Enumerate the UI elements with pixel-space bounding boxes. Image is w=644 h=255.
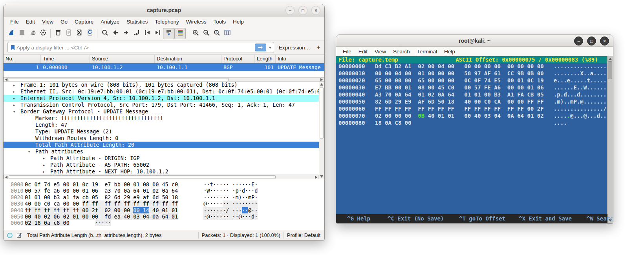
menu-item-capture[interactable]: Capture [71, 18, 97, 26]
go-forward-button[interactable] [121, 28, 131, 39]
collapse-arrow-icon[interactable]: ▾ [13, 108, 20, 115]
detail-row[interactable]: ▸Transmission Control Protocol, Src Port… [4, 102, 319, 108]
scroll-right-icon[interactable] [320, 78, 323, 81]
save-file-button[interactable] [63, 28, 74, 39]
menu-item-wireless[interactable]: Wireless [183, 18, 210, 26]
scroll-up-icon[interactable] [320, 83, 323, 86]
hex-bytes[interactable]: 00 57 fe a6 00 00 01 06 a3 70 0a 64 01 0… [25, 188, 178, 194]
menu-item-help[interactable]: Help [229, 18, 247, 26]
detail-row[interactable]: Total Path Attribute Length: 20 [4, 142, 319, 148]
column-header-no[interactable]: No. [4, 55, 41, 63]
minimize-button[interactable]: − [285, 6, 295, 15]
scroll-right-icon[interactable] [315, 176, 317, 179]
hex-bytes[interactable]: ff ff ff ff ff ff ff ff ff ff [82, 200, 178, 207]
detail-row[interactable]: ▸Path Attribute - NEXT_HOP: 10.100.1.2 [4, 168, 319, 175]
zoom-out-button[interactable] [201, 28, 211, 39]
add-filter-button[interactable]: + [317, 44, 320, 51]
scroll-thumb[interactable] [9, 175, 276, 179]
apply-filter-button[interactable] [255, 44, 266, 51]
menu-item-view[interactable]: View [38, 18, 57, 26]
hex-bytes[interactable]: 40 00 c0 ca 00 00 [25, 200, 82, 207]
auto-scroll-button[interactable] [163, 28, 174, 39]
terminal-screen[interactable]: File: capture.temp ASCII Offset: 0x00000… [336, 56, 613, 214]
packet-list-hscrollbar[interactable] [4, 77, 324, 82]
menu-item-file[interactable]: File [339, 47, 355, 56]
menu-item-statistics[interactable]: Statistics [123, 18, 151, 26]
detail-row[interactable]: ▸Path Attribute - AS_PATH: 65002 [4, 162, 319, 168]
stop-capture-button[interactable] [16, 28, 27, 39]
display-filter-input[interactable] [16, 44, 255, 51]
hex-bytes-selected[interactable]: 00 14 [133, 207, 149, 213]
column-header-destination[interactable]: Destination [155, 55, 221, 63]
maximize-button[interactable]: □ [298, 6, 307, 15]
maximize-button[interactable]: □ [587, 36, 596, 46]
detail-row[interactable]: Type: UPDATE Message (2) [4, 128, 319, 135]
expand-arrow-icon[interactable]: ▸ [13, 82, 20, 88]
close-button[interactable]: × [311, 6, 320, 15]
hex-row[interactable]: 003040 00 c0 ca 00 00 ff ff ff ff ff ff … [4, 200, 324, 207]
terminal-scrollbar[interactable] [607, 56, 613, 223]
column-header-length[interactable]: Length [255, 55, 276, 63]
details-vscrollbar[interactable] [319, 82, 324, 179]
menu-item-edit[interactable]: Edit [22, 18, 38, 26]
menu-item-search[interactable]: Search [390, 47, 413, 56]
menu-item-tools[interactable]: Tools [210, 18, 230, 26]
profile-text[interactable]: Profile: Default [287, 232, 320, 238]
scroll-up-icon[interactable] [609, 58, 612, 60]
expand-arrow-icon[interactable]: ▸ [43, 168, 50, 175]
collapse-arrow-icon[interactable]: ▾ [28, 148, 35, 155]
zoom-original-button[interactable]: 1 [211, 28, 222, 39]
menu-item-analyze[interactable]: Analyze [97, 18, 123, 26]
go-back-button[interactable] [110, 28, 121, 39]
menu-item-go[interactable]: Go [57, 18, 71, 26]
hex-bytes[interactable]: 01 01 00 b3 a1 fa cb 05 82 6d 29 e9 af 6… [25, 194, 178, 200]
scroll-thumb[interactable] [9, 78, 229, 81]
detail-row[interactable]: Withdrawn Routes Length: 0 [4, 135, 319, 142]
restart-capture-button[interactable] [27, 28, 38, 39]
open-file-button[interactable] [53, 28, 63, 39]
capture-options-button[interactable] [38, 28, 48, 39]
menu-item-help[interactable]: Help [441, 47, 459, 56]
detail-row[interactable]: ▾Border Gateway Protocol - UPDATE Messag… [4, 108, 319, 115]
menu-item-edit[interactable]: Edit [355, 47, 371, 56]
detail-row[interactable]: Length: 47 [4, 122, 319, 128]
colorize-button[interactable] [174, 28, 186, 39]
hex-row[interactable]: 0040ff ff ff ff ff ff 00 2f 02 00 00 00 … [4, 207, 324, 213]
detail-row[interactable]: ▾Path attributes [4, 148, 319, 155]
go-last-button[interactable] [152, 28, 163, 39]
reload-file-button[interactable] [84, 28, 95, 39]
hex-bytes[interactable]: 0c 0f 74 e5 00 01 0c 19 e7 bb 00 01 08 0… [25, 181, 178, 188]
bookmark-icon[interactable] [10, 45, 16, 51]
close-button[interactable]: × [600, 36, 609, 46]
column-header-info[interactable]: Info [276, 55, 324, 63]
minimize-button[interactable]: − [574, 36, 583, 46]
hex-bytes[interactable]: 00 40 02 06 02 01 00 00 fd ea 40 03 04 0… [25, 213, 178, 220]
expand-arrow-icon[interactable]: ▸ [13, 102, 20, 108]
hex-bytes[interactable]: 02 18 0a c8 00 [25, 220, 70, 226]
detail-row[interactable]: ▸Internet Protocol Version 4, Src: 10.10… [4, 95, 319, 102]
scroll-left-icon[interactable] [5, 176, 7, 179]
detail-row[interactable]: ▸Path Attribute - ORIGIN: IGP [4, 155, 319, 162]
column-header-time[interactable]: Time [41, 55, 90, 63]
details-hscrollbar[interactable] [4, 175, 319, 179]
hex-row[interactable]: 00000c 0f 74 e5 00 01 0c 19 e7 bb 00 01 … [4, 181, 324, 188]
hex-bytes[interactable]: 40 01 01 [149, 207, 178, 213]
menu-item-view[interactable]: View [371, 47, 390, 56]
hex-row[interactable]: 006002 18 0a c8 00 ····· [4, 220, 324, 226]
menu-item-telephony[interactable]: Telephony [151, 18, 183, 26]
display-filter-box[interactable] [7, 42, 274, 53]
scroll-thumb[interactable] [320, 87, 324, 138]
find-packet-button[interactable] [99, 28, 110, 39]
expand-arrow-icon[interactable]: ▸ [13, 88, 20, 95]
scroll-thumb[interactable] [608, 61, 612, 79]
zoom-in-button[interactable] [190, 28, 201, 39]
detail-row[interactable]: ▸Frame 1: 101 bytes on wire (808 bits), … [4, 82, 319, 88]
expand-arrow-icon[interactable]: ▸ [43, 155, 50, 162]
resize-columns-button[interactable] [222, 28, 232, 39]
terminal-titlebar[interactable]: root@kali: ~ −□× [336, 35, 613, 47]
capture-comment-icon[interactable] [16, 232, 22, 238]
hex-bytes[interactable]: ff ff ff ff ff ff 00 2f 02 00 00 [25, 207, 133, 213]
hex-row[interactable]: 002001 01 00 b3 a1 fa cb 05 82 6d 29 e9 … [4, 194, 324, 200]
menu-item-file[interactable]: File [7, 18, 22, 26]
scroll-down-icon[interactable] [320, 175, 323, 178]
